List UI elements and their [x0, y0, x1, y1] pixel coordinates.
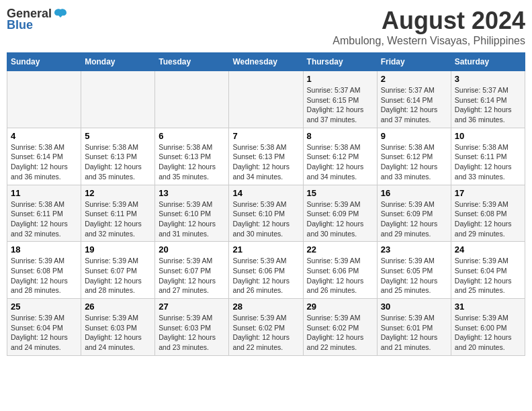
header-row: SundayMondayTuesdayWednesdayThursdayFrid… — [7, 53, 525, 71]
day-number: 31 — [455, 302, 521, 312]
day-info: Sunrise: 5:38 AM Sunset: 6:13 PM Dayligh… — [85, 142, 151, 182]
calendar-cell: 24Sunrise: 5:39 AM Sunset: 6:04 PM Dayli… — [451, 242, 525, 299]
day-number: 30 — [381, 302, 447, 312]
day-info: Sunrise: 5:39 AM Sunset: 6:11 PM Dayligh… — [85, 199, 151, 239]
day-info: Sunrise: 5:39 AM Sunset: 6:04 PM Dayligh… — [11, 313, 77, 353]
week-row-1: 1Sunrise: 5:37 AM Sunset: 6:15 PM Daylig… — [7, 71, 525, 128]
calendar-cell: 15Sunrise: 5:39 AM Sunset: 6:09 PM Dayli… — [303, 185, 377, 242]
day-number: 2 — [381, 74, 447, 84]
calendar-table: SundayMondayTuesdayWednesdayThursdayFrid… — [7, 52, 525, 356]
calendar-cell: 23Sunrise: 5:39 AM Sunset: 6:05 PM Dayli… — [377, 242, 451, 299]
day-number: 16 — [381, 188, 447, 198]
day-number: 8 — [307, 131, 373, 141]
calendar-cell: 28Sunrise: 5:39 AM Sunset: 6:02 PM Dayli… — [229, 299, 303, 356]
subtitle: Ambulong, Western Visayas, Philippines — [332, 35, 525, 47]
column-header-wednesday: Wednesday — [229, 53, 303, 71]
day-number: 27 — [159, 302, 225, 312]
logo-bird-icon — [53, 8, 68, 20]
column-header-thursday: Thursday — [303, 53, 377, 71]
column-header-saturday: Saturday — [451, 53, 525, 71]
main-title: August 2024 — [332, 7, 525, 35]
day-info: Sunrise: 5:37 AM Sunset: 6:14 PM Dayligh… — [455, 85, 521, 125]
day-info: Sunrise: 5:39 AM Sunset: 6:06 PM Dayligh… — [307, 256, 373, 295]
day-number: 28 — [232, 302, 299, 312]
day-number: 6 — [159, 131, 225, 141]
calendar-cell: 3Sunrise: 5:37 AM Sunset: 6:14 PM Daylig… — [451, 71, 525, 128]
day-number: 21 — [232, 244, 299, 255]
day-info: Sunrise: 5:39 AM Sunset: 6:04 PM Dayligh… — [455, 256, 521, 295]
day-number: 4 — [11, 131, 77, 141]
day-number: 23 — [381, 244, 447, 255]
day-number: 26 — [85, 302, 151, 312]
day-number: 7 — [232, 131, 299, 141]
header: General Blue August 2024 Ambulong, Weste… — [7, 7, 525, 47]
calendar-cell: 2Sunrise: 5:37 AM Sunset: 6:14 PM Daylig… — [377, 71, 451, 128]
day-number: 11 — [11, 188, 77, 198]
day-info: Sunrise: 5:39 AM Sunset: 6:00 PM Dayligh… — [455, 313, 521, 353]
day-info: Sunrise: 5:38 AM Sunset: 6:13 PM Dayligh… — [232, 142, 299, 182]
calendar-cell: 22Sunrise: 5:39 AM Sunset: 6:06 PM Dayli… — [303, 242, 377, 299]
day-info: Sunrise: 5:37 AM Sunset: 6:15 PM Dayligh… — [307, 85, 373, 125]
logo: General Blue — [7, 7, 68, 32]
week-row-5: 25Sunrise: 5:39 AM Sunset: 6:04 PM Dayli… — [7, 299, 525, 356]
day-number: 3 — [455, 74, 521, 84]
day-number: 9 — [381, 131, 447, 141]
day-info: Sunrise: 5:37 AM Sunset: 6:14 PM Dayligh… — [381, 85, 447, 125]
calendar-cell: 17Sunrise: 5:39 AM Sunset: 6:08 PM Dayli… — [451, 185, 525, 242]
day-info: Sunrise: 5:38 AM Sunset: 6:12 PM Dayligh… — [381, 142, 447, 182]
day-info: Sunrise: 5:39 AM Sunset: 6:02 PM Dayligh… — [307, 313, 373, 353]
calendar-cell: 18Sunrise: 5:39 AM Sunset: 6:08 PM Dayli… — [7, 242, 81, 299]
day-number: 19 — [85, 244, 151, 255]
day-number: 20 — [159, 244, 225, 255]
calendar-cell: 21Sunrise: 5:39 AM Sunset: 6:06 PM Dayli… — [229, 242, 303, 299]
day-number: 5 — [85, 131, 151, 141]
day-number: 10 — [455, 131, 521, 141]
calendar-cell — [155, 71, 229, 128]
calendar-cell: 13Sunrise: 5:39 AM Sunset: 6:10 PM Dayli… — [155, 185, 229, 242]
column-header-tuesday: Tuesday — [155, 53, 229, 71]
calendar-cell: 11Sunrise: 5:38 AM Sunset: 6:11 PM Dayli… — [7, 185, 81, 242]
calendar-cell: 25Sunrise: 5:39 AM Sunset: 6:04 PM Dayli… — [7, 299, 81, 356]
day-number: 1 — [307, 74, 373, 84]
day-info: Sunrise: 5:39 AM Sunset: 6:07 PM Dayligh… — [159, 256, 225, 295]
day-info: Sunrise: 5:39 AM Sunset: 6:06 PM Dayligh… — [232, 256, 299, 295]
calendar-cell: 19Sunrise: 5:39 AM Sunset: 6:07 PM Dayli… — [81, 242, 155, 299]
calendar-cell: 1Sunrise: 5:37 AM Sunset: 6:15 PM Daylig… — [303, 71, 377, 128]
day-info: Sunrise: 5:38 AM Sunset: 6:11 PM Dayligh… — [455, 142, 521, 182]
day-info: Sunrise: 5:38 AM Sunset: 6:12 PM Dayligh… — [307, 142, 373, 182]
calendar-cell: 8Sunrise: 5:38 AM Sunset: 6:12 PM Daylig… — [303, 128, 377, 185]
logo-blue-text: Blue — [7, 18, 33, 32]
day-info: Sunrise: 5:39 AM Sunset: 6:07 PM Dayligh… — [85, 256, 151, 295]
day-number: 18 — [11, 244, 77, 255]
day-info: Sunrise: 5:39 AM Sunset: 6:08 PM Dayligh… — [455, 199, 521, 239]
calendar-cell: 26Sunrise: 5:39 AM Sunset: 6:03 PM Dayli… — [81, 299, 155, 356]
week-row-3: 11Sunrise: 5:38 AM Sunset: 6:11 PM Dayli… — [7, 185, 525, 242]
day-number: 14 — [232, 188, 299, 198]
day-info: Sunrise: 5:39 AM Sunset: 6:03 PM Dayligh… — [85, 313, 151, 353]
day-info: Sunrise: 5:39 AM Sunset: 6:03 PM Dayligh… — [159, 313, 225, 353]
calendar-cell: 10Sunrise: 5:38 AM Sunset: 6:11 PM Dayli… — [451, 128, 525, 185]
day-info: Sunrise: 5:39 AM Sunset: 6:10 PM Dayligh… — [159, 199, 225, 239]
calendar-cell: 5Sunrise: 5:38 AM Sunset: 6:13 PM Daylig… — [81, 128, 155, 185]
day-info: Sunrise: 5:39 AM Sunset: 6:10 PM Dayligh… — [232, 199, 299, 239]
calendar-cell — [7, 71, 81, 128]
day-number: 15 — [307, 188, 373, 198]
calendar-cell: 14Sunrise: 5:39 AM Sunset: 6:10 PM Dayli… — [229, 185, 303, 242]
column-header-friday: Friday — [377, 53, 451, 71]
calendar-cell: 7Sunrise: 5:38 AM Sunset: 6:13 PM Daylig… — [229, 128, 303, 185]
day-info: Sunrise: 5:39 AM Sunset: 6:01 PM Dayligh… — [381, 313, 447, 353]
day-info: Sunrise: 5:38 AM Sunset: 6:11 PM Dayligh… — [11, 199, 77, 239]
calendar-cell: 29Sunrise: 5:39 AM Sunset: 6:02 PM Dayli… — [303, 299, 377, 356]
column-header-sunday: Sunday — [7, 53, 81, 71]
calendar-cell: 27Sunrise: 5:39 AM Sunset: 6:03 PM Dayli… — [155, 299, 229, 356]
day-info: Sunrise: 5:39 AM Sunset: 6:02 PM Dayligh… — [232, 313, 299, 353]
day-info: Sunrise: 5:38 AM Sunset: 6:14 PM Dayligh… — [11, 142, 77, 182]
day-number: 12 — [85, 188, 151, 198]
day-number: 25 — [11, 302, 77, 312]
calendar-cell — [81, 71, 155, 128]
day-number: 29 — [307, 302, 373, 312]
day-info: Sunrise: 5:39 AM Sunset: 6:05 PM Dayligh… — [381, 256, 447, 295]
day-number: 17 — [455, 188, 521, 198]
week-row-2: 4Sunrise: 5:38 AM Sunset: 6:14 PM Daylig… — [7, 128, 525, 185]
calendar-cell — [229, 71, 303, 128]
